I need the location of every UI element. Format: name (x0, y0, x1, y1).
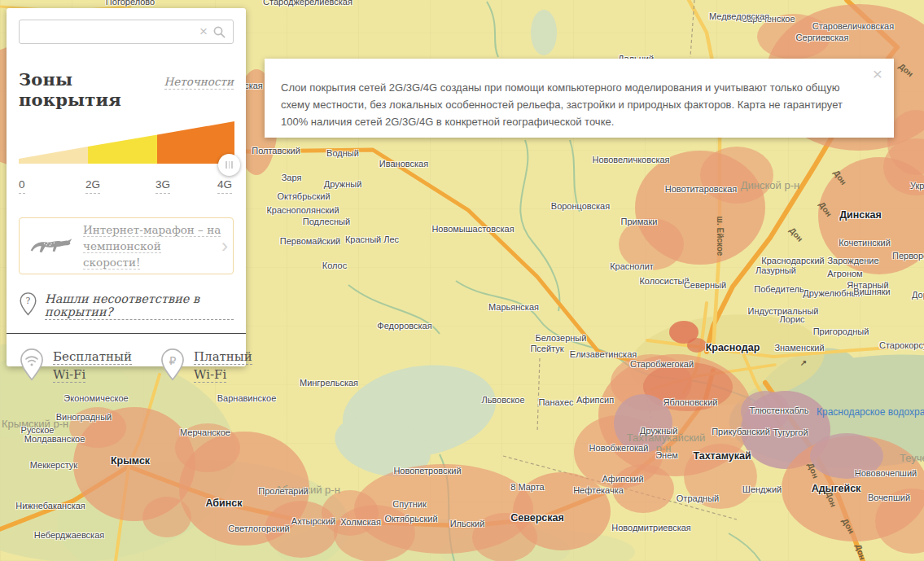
map-label: Колосистый (639, 276, 689, 286)
search-icon[interactable] (213, 20, 226, 44)
map-label: Дон (832, 169, 848, 186)
map-label: Молдаванское (24, 434, 85, 444)
map-label: Афипсип (576, 395, 614, 405)
map-label: Первомайский (280, 236, 340, 246)
map-label: Дон (817, 200, 834, 218)
legend-ticks: 0 2G 3G 4G (19, 178, 234, 196)
free-wifi-item[interactable]: Бесплатный Wi-Fi (19, 348, 132, 385)
map-label: Светлогорский (228, 524, 289, 533)
paid-wifi-label: Платный Wi-Fi (194, 348, 252, 383)
map-label: Новодмитриевская (611, 523, 691, 533)
map-label: Красный Лес (345, 234, 399, 244)
map-label: Дорожный (912, 290, 924, 300)
map-label: Дружный (324, 179, 362, 189)
internet-marathon-banner[interactable]: Интернет-марафон – на чемпионской скорос… (19, 217, 234, 274)
map-label: Пролетарий (258, 486, 309, 496)
map-label: Краснодарский (761, 256, 824, 265)
map-label: Северская (510, 512, 564, 524)
close-icon[interactable]: × (873, 65, 882, 82)
inaccuracies-link[interactable]: Неточности (164, 75, 234, 90)
map-label: Северный (684, 280, 726, 290)
map-label: Полтавский (252, 146, 300, 156)
map-label: Победитель (754, 284, 804, 294)
map-label: Дон (840, 517, 856, 535)
map-label: Зарождение (827, 256, 878, 265)
map-label: Дон (854, 543, 867, 561)
map-label: Первореченское (892, 251, 924, 261)
map-label: Кочетинский (839, 238, 891, 248)
map-label: ↗ (800, 358, 807, 367)
legend-segment-2g[interactable] (19, 147, 88, 164)
map-label: Абинск (205, 497, 242, 509)
map-label: Дон (897, 62, 915, 79)
map-label: Нефтекачка (573, 485, 624, 495)
map-label: Новотитаровская (665, 184, 737, 194)
paid-wifi-item[interactable]: ₽ Платный Wi-Fi (160, 348, 252, 385)
map-label: Краснодар (706, 342, 760, 353)
map-label: Новомышастовская (431, 224, 514, 234)
map-label: Псейтук (530, 344, 563, 353)
map-label: Елизаветинская (570, 349, 637, 359)
map-label: Ивановская (379, 159, 428, 169)
tick-2g[interactable]: 2G (85, 178, 100, 194)
map-label: Прикубанский (712, 427, 770, 436)
legend-segment-3g[interactable] (88, 135, 157, 164)
map-label: Динская (839, 209, 882, 221)
tick-4g[interactable]: 4G (217, 178, 232, 194)
report-mismatch-link[interactable]: ? Нашли несоответствие в покрытии? (19, 291, 234, 320)
map-label: Марьянская (488, 302, 539, 312)
map-label: Тахтамукай (693, 450, 751, 462)
map-label: Отрадный (677, 493, 719, 503)
map-label: Воронцовская (551, 201, 610, 211)
map-label: Подлесный (303, 217, 350, 226)
map-label: Старокорсунская (879, 340, 924, 350)
map-label: Знаменский (774, 343, 824, 353)
cheetah-icon (29, 232, 73, 260)
banner-text: Интернет-марафон – на чемпионской скорос… (83, 221, 221, 270)
map-label: Краснополянский (266, 205, 339, 215)
map-label: Крымск (111, 455, 150, 467)
map-label: Яблоновский (663, 397, 718, 407)
map-label: Украинский (910, 181, 924, 191)
map-label: Краснолит (610, 261, 654, 271)
panel-title: Зоны покрытия (19, 69, 164, 110)
map-label: Октябрьский (384, 514, 437, 524)
coverage-map-app: ПогореловоСтароджерелиевскаяЗареченскоеС… (0, 0, 924, 561)
search-box: × (19, 20, 234, 44)
report-mismatch-label: Нашли несоответствие в покрытии? (45, 292, 234, 320)
tick-0[interactable]: 0 (19, 178, 25, 194)
free-wifi-label: Бесплатный Wi-Fi (53, 348, 132, 383)
map-label: Нововочепший (855, 468, 917, 478)
map-label: Лорис (779, 314, 804, 324)
map-label: Старобжегокай (630, 359, 694, 369)
map-label: Энем (655, 450, 678, 460)
map-label: Федоровская (377, 321, 431, 331)
tick-3g[interactable]: 3G (155, 178, 170, 194)
map-label: Пригородный (813, 327, 869, 336)
map-label: Агроном (827, 269, 862, 278)
map-label: Погорелово (106, 0, 155, 7)
map-label: Теучежский (900, 452, 924, 464)
map-label: Варнавинское (217, 393, 277, 403)
map-label: 8 Марта (510, 482, 545, 492)
wifi-options: Бесплатный Wi-Fi ₽ Платный Wi-Fi (19, 334, 234, 385)
map-label: Октябрьский (277, 191, 330, 201)
coverage-panel: × Зоны покрытия Неточности 0 2G 3G 4G (7, 8, 246, 366)
map-label: Тугургой (773, 427, 808, 437)
map-label: Меккерстук (30, 460, 77, 470)
map-label: Краснодарское водохранилище (817, 406, 924, 418)
clear-search-icon[interactable]: × (199, 20, 208, 44)
map-label: Дон (806, 462, 820, 480)
map-label: Дон (787, 226, 804, 243)
disclaimer-text: Слои покрытия сетей 2G/3G/4G созданы при… (281, 79, 843, 130)
map-label: Экономическое (63, 393, 128, 403)
map-label: Белозерный (536, 333, 587, 343)
map-label: Сергиевская (796, 33, 849, 42)
map-label: Неберджаевская (34, 530, 104, 540)
map-label: Нижнебаканская (15, 501, 85, 511)
legend-slider-handle[interactable] (218, 154, 240, 176)
map-label: Вочепший (868, 493, 910, 502)
map-label: Динской р-н (741, 179, 799, 191)
map-label: Новопетровский (393, 466, 461, 476)
map-label: Водный (326, 148, 359, 158)
